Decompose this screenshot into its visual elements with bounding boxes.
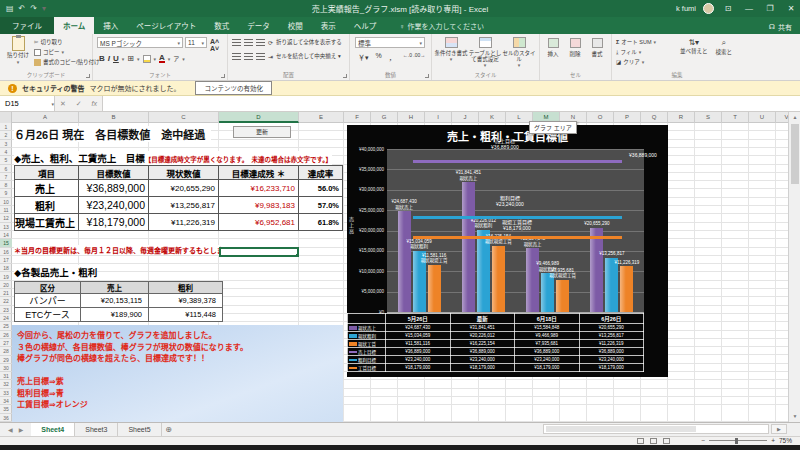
- format-cells-button[interactable]: 書式: [586, 38, 608, 58]
- row-header-36[interactable]: 36: [0, 414, 12, 422]
- zoom-out-icon[interactable]: −: [701, 437, 705, 444]
- row-header-9[interactable]: 9: [0, 189, 12, 197]
- row-header-7[interactable]: 7: [0, 173, 12, 181]
- row-header-3[interactable]: 3: [0, 140, 12, 148]
- qat-dropdown-icon[interactable]: ▾: [42, 4, 46, 14]
- comma-format-icon[interactable]: ，: [389, 52, 396, 62]
- autosum-button[interactable]: Σオート SUM▾: [616, 37, 656, 47]
- chart-object[interactable]: 売上・粗利・工賃目標値 ¥40,000,000¥35,000,000¥30,00…: [347, 125, 668, 377]
- row-header-8[interactable]: 8: [0, 181, 12, 189]
- font-color-button[interactable]: A: [159, 54, 165, 63]
- indent-icon[interactable]: ⇥: [268, 53, 273, 60]
- column-header-G[interactable]: G: [371, 112, 398, 123]
- align-left-icon[interactable]: [232, 53, 241, 60]
- row-header-31[interactable]: 31: [0, 372, 12, 380]
- save-icon[interactable]: ▤: [6, 4, 14, 14]
- clear-button[interactable]: ◪クリア▾: [616, 57, 656, 67]
- column-header-A[interactable]: A: [12, 112, 79, 123]
- formula-input[interactable]: [103, 96, 800, 111]
- insert-cells-button[interactable]: 挿入: [542, 38, 564, 58]
- zoom-slider[interactable]: [709, 440, 767, 441]
- clipboard-dialog-launcher[interactable]: [86, 74, 90, 78]
- horizontal-scrollbar[interactable]: [543, 424, 769, 434]
- ribbon-tab-ヘルプ[interactable]: ヘルプ: [345, 17, 386, 34]
- wrap-text-button[interactable]: 折り返して全体を表示する: [276, 38, 342, 46]
- sheet-nav-left-icon[interactable]: ◀: [8, 426, 13, 433]
- row-header-14[interactable]: 14: [0, 231, 12, 239]
- ribbon-tab-校閲[interactable]: 校閲: [279, 17, 312, 34]
- font-size-select[interactable]: 11▾: [185, 37, 207, 48]
- phonetic-guide-button[interactable]: ア: [173, 54, 179, 63]
- column-header-J[interactable]: J: [452, 112, 479, 123]
- column-header-D[interactable]: D: [219, 112, 299, 123]
- enter-icon[interactable]: ✓: [76, 100, 82, 108]
- font-name-select[interactable]: MS Pゴシック▾: [97, 37, 183, 48]
- zoom-slider-thumb[interactable]: [735, 438, 738, 444]
- font-dialog-launcher[interactable]: [221, 74, 225, 78]
- row-header-21[interactable]: 21: [0, 289, 12, 297]
- align-top-icon[interactable]: [232, 39, 241, 46]
- currency-format-icon[interactable]: ￥▾: [358, 52, 369, 62]
- scroll-up-icon[interactable]: ▲: [789, 112, 800, 123]
- column-header-F[interactable]: F: [344, 112, 371, 123]
- row-header-20[interactable]: 20: [0, 281, 12, 289]
- row-header-29[interactable]: 29: [0, 356, 12, 364]
- align-bottom-icon[interactable]: [256, 39, 265, 46]
- conditional-formatting-button[interactable]: 条件付き書式▾: [434, 37, 468, 68]
- column-header-C[interactable]: C: [149, 112, 219, 123]
- redo-icon[interactable]: ↷: [30, 4, 37, 14]
- normal-view-icon[interactable]: [637, 438, 644, 444]
- column-header-E[interactable]: E: [299, 112, 344, 123]
- avatar[interactable]: [703, 3, 714, 14]
- row-header-30[interactable]: 30: [0, 364, 12, 372]
- column-header-O[interactable]: O: [587, 112, 614, 123]
- ribbon-tab-数式[interactable]: 数式: [205, 17, 238, 34]
- delete-cells-button[interactable]: 削除: [564, 38, 586, 58]
- ribbon-tab-ページレイアウト[interactable]: ページレイアウト: [127, 17, 205, 34]
- page-layout-view-icon[interactable]: [650, 438, 657, 444]
- ribbon-tab-挿入[interactable]: 挿入: [94, 17, 127, 34]
- row-header-10[interactable]: 10: [0, 198, 12, 206]
- row-header-15[interactable]: 15: [0, 239, 12, 247]
- row-header-32[interactable]: 32: [0, 380, 12, 388]
- row-header-22[interactable]: 22: [0, 297, 12, 305]
- copy-button[interactable]: コピー▾: [34, 47, 100, 57]
- fill-button[interactable]: ⤓フィル▾: [616, 47, 656, 57]
- column-header-K[interactable]: K: [479, 112, 506, 123]
- selected-cell-d15[interactable]: [219, 247, 299, 257]
- row-header-5[interactable]: 5: [0, 156, 12, 164]
- row-header-12[interactable]: 12: [0, 214, 12, 222]
- number-format-select[interactable]: 標準▾: [355, 37, 425, 48]
- row-header-28[interactable]: 28: [0, 347, 12, 355]
- sheet-tab-Sheet4[interactable]: Sheet4: [31, 423, 75, 436]
- page-break-view-icon[interactable]: [663, 438, 670, 444]
- vertical-scrollbar[interactable]: ▲ ▼: [788, 112, 800, 422]
- number-dialog-launcher[interactable]: [425, 74, 429, 78]
- align-middle-icon[interactable]: [244, 39, 253, 46]
- format-painter-button[interactable]: 書式のコピー/貼り付け: [34, 57, 100, 67]
- fill-color-button[interactable]: [143, 55, 151, 63]
- alignment-dialog-launcher[interactable]: [343, 74, 347, 78]
- ribbon-display-options-icon[interactable]: ⊡: [721, 4, 735, 13]
- minimize-button[interactable]: —: [742, 4, 756, 13]
- horizontal-scroll-thumb[interactable]: [546, 426, 696, 432]
- row-header-4[interactable]: 4: [0, 148, 12, 156]
- row-header-2[interactable]: 2: [0, 131, 12, 139]
- italic-button[interactable]: I: [108, 54, 110, 63]
- new-sheet-button[interactable]: ⊕: [162, 423, 176, 436]
- row-header-17[interactable]: 17: [0, 256, 12, 264]
- column-header-I[interactable]: I: [425, 112, 452, 123]
- hscroll-right-icon[interactable]: ▶: [771, 424, 787, 434]
- name-box[interactable]: D15▾: [0, 96, 55, 111]
- column-header-Q[interactable]: Q: [641, 112, 668, 123]
- sheet-tab-Sheet3[interactable]: Sheet3: [75, 423, 118, 436]
- enable-content-button[interactable]: コンテンツの有効化: [195, 81, 272, 95]
- scroll-down-icon[interactable]: ▼: [789, 411, 800, 422]
- vertical-scroll-thumb[interactable]: [791, 124, 799, 184]
- ribbon-tab-ファイル[interactable]: ファイル: [0, 17, 54, 34]
- row-header-6[interactable]: 6: [0, 165, 12, 173]
- column-header-P[interactable]: P: [614, 112, 641, 123]
- row-header-13[interactable]: 13: [0, 223, 12, 231]
- zoom-level[interactable]: 75%: [779, 437, 792, 444]
- row-header-16[interactable]: 16: [0, 248, 12, 256]
